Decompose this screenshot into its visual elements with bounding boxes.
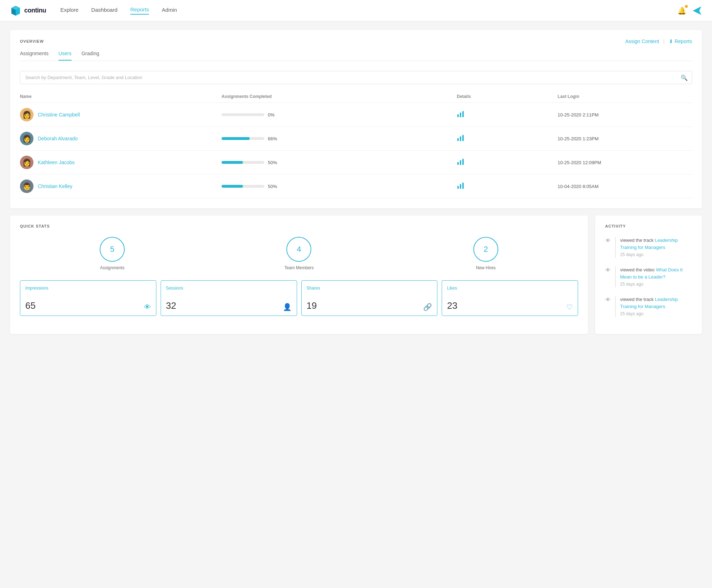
stat-box-value: 65 [25,300,36,311]
progress-cell: 50% [222,160,457,165]
activity-item: 👁 viewed the video What Does It Mean to … [605,266,692,287]
tab-grading[interactable]: Grading [82,51,99,61]
send-icon[interactable] [692,6,702,16]
stat-box-bottom: 32 👤 [166,300,292,311]
nav-right: 🔔 [677,6,702,16]
details-chart-icon[interactable] [457,135,464,142]
col-header-name: Name [20,94,222,103]
notification-bell-wrap[interactable]: 🔔 [677,6,686,15]
assign-content-link[interactable]: Assign Content [625,38,659,44]
user-cell: 👩 Kathleen Jacobs [20,156,222,169]
stat-box-label: Shares [307,286,432,291]
progress-bar-fill [222,185,243,188]
col-header-assignments: Assignments Completed [222,94,457,103]
stat-box-icon: ♡ [566,303,573,311]
last-login: 10-25-2020 12:09PM [558,160,601,165]
stat-box: Likes 23 ♡ [442,280,578,316]
table-row: 👩 Kathleen Jacobs 50% 10-25-2020 [20,151,692,175]
progress-bar-bg [222,161,264,164]
activity-link[interactable]: Leadership Training for Managers [620,238,678,250]
activity-link[interactable]: What Does It Mean to be a Leader? [620,267,683,280]
progress-cell: 66% [222,136,457,141]
stat-label: Team Members [284,265,314,270]
tab-users[interactable]: Users [58,51,72,61]
activity-content: viewed the track Leadership Training for… [615,237,692,258]
progress-bar-fill [222,161,243,164]
progress-bar-bg [222,113,264,116]
overview-title: OVERVIEW [20,39,44,43]
activity-title: ACTIVITY [605,224,692,228]
overview-header: OVERVIEW Assign Content | ⬇Reports [20,38,692,44]
last-login: 10-04-2020 8:05AM [558,184,599,189]
tab-assignments[interactable]: Assignments [20,51,48,61]
bottom-row: QUICK STATS 5 Assignments 4 Team Members… [10,215,702,334]
stat-box-icon: 👤 [283,303,292,311]
activity-text: viewed the track Leadership Training for… [620,296,692,310]
search-icon: 🔍 [681,74,688,81]
download-icon: ⬇ [669,38,673,44]
bell-icon[interactable]: 🔔 [677,7,686,15]
col-header-last-login: Last Login [558,94,692,103]
nav-reports[interactable]: Reports [130,6,149,15]
logo-icon [10,5,21,16]
table-row: 👩 Christine Campbell 0% 10-25-20 [20,103,692,127]
stat-circle-wrap: 2 New Hires [473,237,498,270]
activity-eye-icon: 👁 [605,238,611,258]
stat-boxes: Impressions 65 👁 Sessions 32 👤 Shares 19… [20,280,578,316]
main-wrapper: OVERVIEW Assign Content | ⬇Reports Assig… [0,21,712,343]
avatar: 👨 [20,179,33,193]
avatar: 👩 [20,108,33,121]
search-wrapper: 🔍 [20,71,692,84]
bell-badge [685,5,688,8]
logo[interactable]: continu [10,5,46,16]
svg-rect-10 [457,162,459,165]
stat-label: Assignments [100,265,125,270]
stat-box-label: Likes [447,286,573,291]
action-divider: | [663,38,665,44]
users-table: Name Assignments Completed Details Last … [20,94,692,198]
stat-box-bottom: 23 ♡ [447,300,573,311]
avatar: 👩 [20,156,33,169]
details-chart-icon[interactable] [457,111,464,119]
activity-time: 25 days ago [620,251,692,258]
svg-rect-9 [462,135,464,141]
stat-box-icon: 🔗 [423,303,432,311]
user-name-link[interactable]: Deborah Alvarado [38,136,78,141]
nav-explore[interactable]: Explore [61,7,79,14]
progress-pct: 0% [268,112,275,118]
progress-pct: 50% [268,184,277,189]
reports-link[interactable]: ⬇Reports [669,38,692,44]
progress-pct: 66% [268,136,277,141]
tabs: Assignments Users Grading [20,51,692,61]
stat-box: Shares 19 🔗 [301,280,438,316]
user-cell: 👩 Christine Campbell [20,108,222,121]
stat-circle-wrap: 4 Team Members [284,237,314,270]
nav-admin[interactable]: Admin [162,7,177,14]
progress-pct: 50% [268,160,277,165]
svg-rect-13 [457,186,459,189]
table-row: 👨 Christian Kelley 50% 10-04-202 [20,175,692,198]
svg-rect-4 [457,114,459,117]
activity-text: viewed the track Leadership Training for… [620,237,692,251]
activity-card: ACTIVITY 👁 viewed the track Leadership T… [595,215,702,334]
stat-box-label: Impressions [25,286,151,291]
details-chart-icon[interactable] [457,183,464,190]
user-name-link[interactable]: Christine Campbell [38,112,80,118]
stat-circle-wrap: 5 Assignments [100,237,125,270]
search-input[interactable] [20,71,692,84]
progress-cell: 0% [222,112,457,118]
svg-rect-14 [460,184,461,189]
svg-rect-12 [462,159,464,165]
logo-text: continu [24,7,46,14]
last-login: 10-25-2020 1:23PM [558,136,599,141]
user-name-link[interactable]: Christian Kelley [38,183,72,189]
details-chart-icon[interactable] [457,159,464,166]
nav-dashboard[interactable]: Dashboard [91,7,117,14]
stat-circle: 4 [286,237,311,262]
last-login: 10-25-2020 2:11PM [558,112,599,118]
avatar: 👩 [20,132,33,145]
svg-rect-11 [460,160,461,165]
user-name-link[interactable]: Kathleen Jacobs [38,160,75,165]
activity-link[interactable]: Leadership Training for Managers [620,297,678,309]
quick-stats-title: QUICK STATS [20,224,578,228]
